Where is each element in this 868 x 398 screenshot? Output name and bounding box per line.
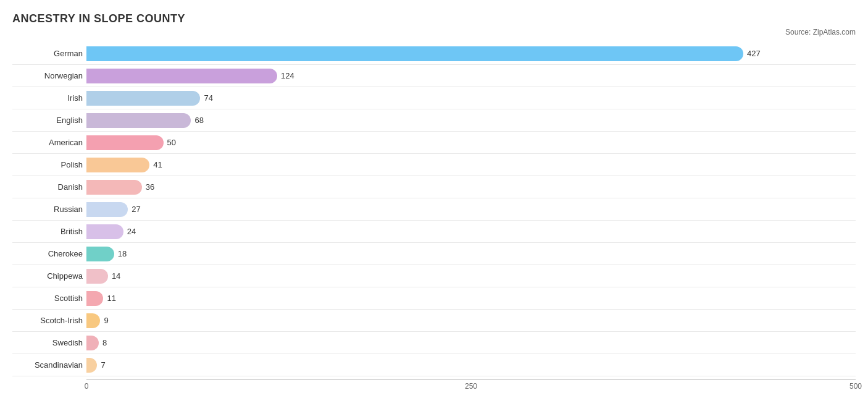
bar-value-label: 9	[104, 316, 108, 325]
bar-row: Danish36	[12, 176, 856, 198]
source-label: Source: ZipAtlas.com	[12, 28, 856, 36]
bar-row: Swedish8	[12, 332, 856, 354]
bar-fill	[86, 224, 123, 239]
bar-value-label: 36	[146, 182, 154, 192]
chart-title: ANCESTRY IN SLOPE COUNTY	[12, 12, 856, 25]
bar-container: 18	[86, 245, 856, 263]
x-axis-tick: 250	[465, 382, 477, 391]
bar-value-label: 124	[281, 71, 294, 80]
bar-fill	[86, 291, 103, 306]
bar-label: British	[12, 227, 86, 236]
bar-fill	[86, 202, 128, 217]
bar-fill	[86, 269, 108, 284]
x-axis: 0250500	[86, 379, 856, 391]
bar-container: 24	[86, 223, 856, 240]
bar-label: Irish	[12, 93, 86, 103]
bar-label: Danish	[12, 182, 86, 192]
chart-area: German427Norwegian124Irish74English68Ame…	[12, 43, 856, 391]
bar-value-label: 427	[747, 49, 761, 58]
bar-label: Russian	[12, 205, 86, 214]
bar-value-label: 50	[167, 138, 176, 147]
bar-label: American	[12, 138, 86, 147]
bar-fill	[86, 313, 100, 328]
x-axis-tick: 500	[849, 382, 862, 391]
x-axis-wrapper: 0250500	[12, 379, 856, 391]
bar-container: 50	[86, 134, 856, 151]
bar-row: Scotch-Irish9	[12, 310, 856, 332]
bar-value-label: 8	[102, 338, 107, 347]
bar-value-label: 11	[107, 294, 115, 303]
bar-row: Cherokee18	[12, 243, 856, 265]
bar-container: 74	[86, 90, 856, 107]
bar-row: Irish74	[12, 87, 856, 109]
x-axis-tick: 0	[85, 382, 89, 391]
bar-fill	[86, 247, 114, 261]
bar-fill	[86, 180, 142, 195]
bar-container: 9	[86, 312, 856, 329]
bar-container: 36	[86, 179, 856, 196]
bar-value-label: 14	[112, 271, 120, 281]
bar-fill	[86, 91, 200, 106]
bar-label: English	[12, 116, 86, 125]
bar-row: Scottish11	[12, 287, 856, 310]
bar-container: 14	[86, 268, 856, 285]
bar-row: English68	[12, 109, 856, 132]
bar-container: 11	[86, 290, 856, 307]
bar-value-label: 41	[153, 160, 162, 169]
bar-value-label: 74	[204, 93, 212, 103]
bar-container: 27	[86, 201, 856, 218]
bar-value-label: 7	[101, 360, 105, 370]
bar-value-label: 68	[194, 116, 203, 125]
bar-row: American50	[12, 132, 856, 154]
bar-label: Polish	[12, 160, 86, 169]
bar-label: Norwegian	[12, 71, 86, 80]
bar-value-label: 27	[131, 205, 140, 214]
bar-value-label: 24	[127, 227, 136, 236]
bar-container: 124	[86, 67, 856, 85]
bar-label: Scottish	[12, 294, 86, 303]
bar-label: Scandinavian	[12, 360, 86, 370]
bar-fill	[86, 358, 97, 373]
bar-row: British24	[12, 221, 856, 243]
bar-fill	[86, 158, 149, 172]
bar-label: Scotch-Irish	[12, 316, 86, 325]
bar-row: Polish41	[12, 154, 856, 176]
bar-fill	[86, 135, 164, 150]
bar-row: Russian27	[12, 198, 856, 221]
bar-label: Swedish	[12, 338, 86, 347]
bar-fill	[86, 113, 191, 128]
bar-container: 427	[86, 45, 856, 62]
bar-fill	[86, 46, 743, 61]
bar-label: Cherokee	[12, 249, 86, 258]
bar-row: German427	[12, 43, 856, 65]
bar-container: 7	[86, 357, 856, 374]
bar-row: Scandinavian7	[12, 354, 856, 376]
bar-row: Norwegian124	[12, 65, 856, 87]
bar-fill	[86, 69, 277, 83]
bar-fill	[86, 336, 99, 350]
bar-value-label: 18	[118, 249, 127, 258]
bar-container: 8	[86, 334, 856, 352]
bar-label: German	[12, 49, 86, 58]
bar-container: 41	[86, 156, 856, 174]
bar-container: 68	[86, 112, 856, 129]
bar-row: Chippewa14	[12, 265, 856, 287]
bar-label: Chippewa	[12, 271, 86, 281]
